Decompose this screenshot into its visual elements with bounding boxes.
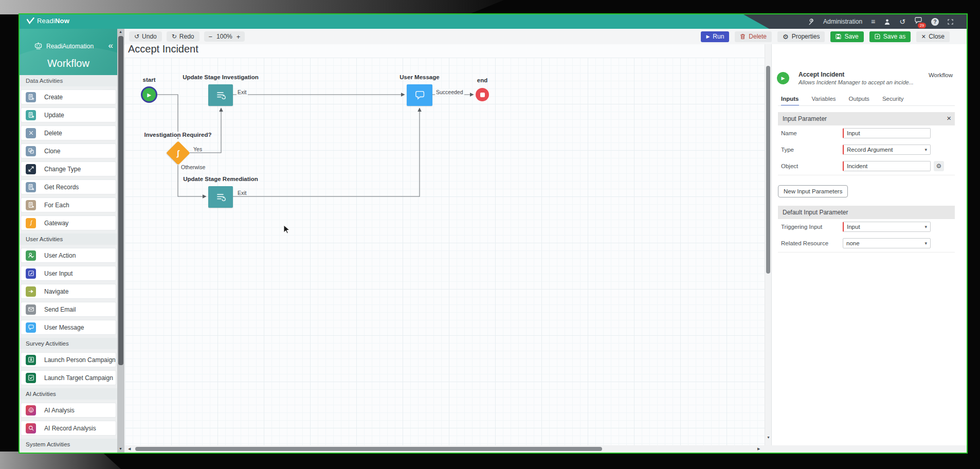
undo-icon: ↺ [134,33,139,40]
save-as-button[interactable]: Save as [869,31,911,42]
sidebar-item-label: User Action [44,252,76,259]
tab-variables[interactable]: Variables [812,96,836,106]
field-row-related-resource: Related Resourcenone▾ [778,236,955,252]
node-update-stage-remediation[interactable] [208,186,233,208]
close-button[interactable]: × Close [916,31,950,42]
sidebar-item-update[interactable]: Update [21,107,116,122]
sidebar-item-label: Gateway [44,220,68,227]
decor-bottom-wedge [0,452,121,469]
canvas-horizontal-scrollbar[interactable]: ◀ ▶ [125,445,765,453]
triggering-input-select[interactable]: Input▾ [843,222,931,232]
sidebar-item-label: User Input [44,270,72,277]
sidebar-item-label: Navigate [44,288,68,295]
redo-button[interactable]: ↻ Redo [167,31,199,42]
user-icon[interactable] [884,19,891,25]
sidebar-item-get-records[interactable]: Get Records [21,179,116,194]
sidebar-item-launch-target-campaign[interactable]: Launch Target Campaign [21,370,116,385]
canvas-scroll-down-icon[interactable]: ▼ [767,436,770,439]
type-select[interactable]: Record Argument▾ [843,145,931,155]
sidebar-item-for-each[interactable]: For Each [21,197,116,212]
node-start[interactable]: ▶ [141,86,157,103]
sidebar-item-label: Clone [44,148,60,155]
doc-dot-icon [26,200,36,210]
field-row-name: Name [778,125,955,142]
canvas-scroll-left-icon[interactable]: ◀ [128,447,131,451]
redo-icon: ↻ [172,33,177,40]
editor-toolbar: ↺ Undo ↻ Redo − 100% + ▶ Run Dele [124,29,967,45]
sidebar-item-label: Create [44,94,63,101]
sidebar-item-gateway[interactable]: Gateway [21,215,116,230]
tab-security[interactable]: Security [882,96,904,106]
chat-icon[interactable]: 29 [914,17,922,26]
sidebar-item-user-message[interactable]: User Message [21,320,116,335]
zoom-level: 100% [216,33,232,40]
doc-up-icon [26,110,36,120]
canvas-vscroll-thumb[interactable] [766,66,770,274]
bottom-strip: ◀ ▶ [124,445,967,453]
sidebar-item-ai-record-analysis[interactable]: AI Record Analysis [21,421,116,436]
help-icon[interactable]: ? [931,18,939,26]
message-bubble-icon [413,89,426,101]
gateway-icon: ∫ [177,148,179,157]
object-input[interactable] [843,161,931,171]
field-label: Name [781,130,797,136]
field-row-triggering-input: Triggering InputInput▾ [778,219,955,236]
pencil-square-icon [26,268,36,279]
canvas-hscroll-thumb[interactable] [135,447,602,451]
history-icon[interactable]: ↺ [899,18,905,25]
node-user-message[interactable] [407,84,432,106]
sidebar-item-delete[interactable]: Delete [21,125,116,140]
sidebar-item-label: Launch Target Campaign [44,374,113,382]
object-picker-gear-icon[interactable]: ⚙ [934,161,944,171]
doc-plus-icon [26,92,36,102]
workflow-canvas[interactable]: Accept Incident ▶startUpdate Stage Inves… [125,44,765,445]
sidebar-item-user-action[interactable]: User Action [21,248,116,263]
sidebar-item-clone[interactable]: Clone [21,143,116,158]
name-input[interactable] [843,128,931,138]
properties-panel: ▶ Accept Incident Allows Incident Manage… [771,44,967,445]
sidebar-item-change-type[interactable]: Change Type [21,161,116,176]
top-bar: ReadiNow Administration ≡ ↺ 29 ? [20,14,967,29]
scroll-up-icon[interactable]: ▲ [119,30,122,33]
field-row-type: TypeRecord Argument▾ [778,142,955,158]
panel-tabs: InputsVariablesOutputsSecurity [781,96,903,106]
new-input-parameters-button[interactable]: New Input Parameters [778,185,848,197]
wrench-icon[interactable] [808,19,814,25]
sidebar-item-label: AI Record Analysis [44,425,96,432]
tab-outputs[interactable]: Outputs [849,96,869,106]
expand-icon[interactable] [948,19,953,25]
administration-label[interactable]: Administration [823,18,862,25]
canvas-vertical-scrollbar[interactable]: ▼ [765,44,771,445]
run-button[interactable]: ▶ Run [701,31,729,42]
save-button[interactable]: Save [830,31,863,42]
close-section-icon[interactable]: × [947,114,951,122]
zoom-out-button[interactable]: − [209,33,213,41]
scroll-down-icon[interactable]: ▼ [119,447,122,450]
envelope-icon [26,304,36,315]
sidebar-item-user-input[interactable]: User Input [21,266,116,281]
tabs-divider [778,105,955,106]
node-end[interactable] [476,88,489,101]
undo-button[interactable]: ↺ Undo [129,31,162,42]
node-update-stage-investigation[interactable] [208,84,233,106]
sidebar-item-launch-person-campaign[interactable]: Launch Person Campaign [21,352,116,367]
delete-button[interactable]: Delete [735,31,772,42]
gear-icon: ⚙ [783,33,789,41]
sidebar-scrollbar-thumb[interactable] [118,36,123,365]
related-resource-select[interactable]: none▾ [843,238,931,248]
sidebar-collapse-icon[interactable]: « [108,41,112,51]
ai-search-icon [26,423,36,434]
hamburger-menu-icon[interactable]: ≡ [871,18,875,25]
sidebar-scrollbar[interactable]: ▲ ▼ [117,29,124,453]
sidebar-item-ai-analysis[interactable]: AI Analysis [21,403,116,418]
panel-kind-label: Workflow [929,72,953,78]
properties-button[interactable]: ⚙ Properties [777,31,825,42]
field-label: Triggering Input [781,224,822,230]
zoom-in-button[interactable]: + [237,33,241,41]
canvas-scroll-right-icon[interactable]: ▶ [757,447,760,451]
sidebar-item-send-email[interactable]: Send Email [21,302,116,317]
logo-check-icon [27,17,34,24]
activities-sidebar: ReadiAutomation « Workflow Data Activiti… [20,29,117,453]
tab-inputs[interactable]: Inputs [781,96,799,106]
sidebar-item-navigate[interactable]: Navigate [21,284,116,299]
